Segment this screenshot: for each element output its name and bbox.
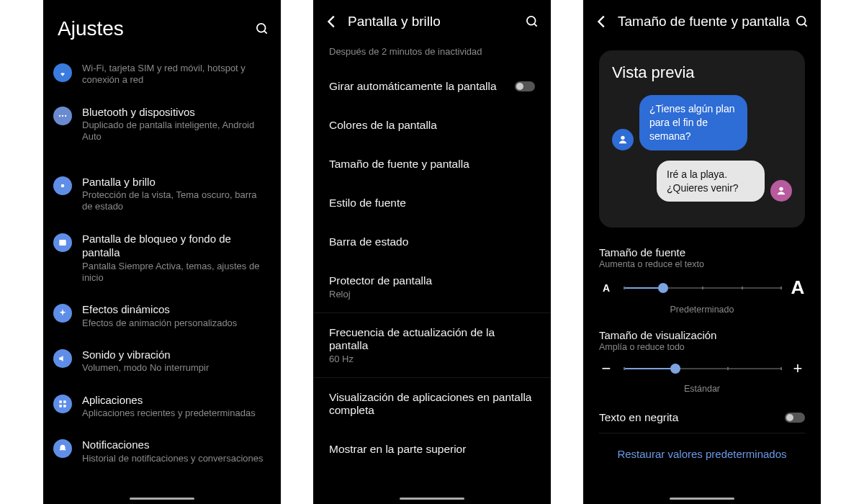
svg-point-4 [65, 114, 66, 116]
row-font-display-size[interactable]: Tamaño de fuente y pantalla [313, 145, 551, 184]
svg-line-1 [264, 31, 267, 34]
row-show-on-top[interactable]: Mostrar en la parte superior [313, 430, 551, 469]
large-a-icon: A [791, 276, 805, 299]
reset-defaults-button[interactable]: Restaurar valores predeterminados [583, 433, 821, 470]
nav-handle[interactable] [400, 498, 464, 500]
settings-list: Wi-Fi, tarjeta SIM y red móvil, hotspot … [43, 58, 281, 504]
list-item-sound[interactable]: Sonido y vibración Volumen, modo No inte… [43, 339, 281, 384]
image-icon [53, 233, 72, 252]
sun-icon [53, 176, 72, 195]
display-size-value: Estándar [599, 384, 805, 394]
svg-point-13 [797, 17, 806, 25]
minus-icon[interactable]: − [599, 359, 613, 378]
bell-icon [53, 439, 72, 458]
page-title: Tamaño de fuente y pantalla [611, 14, 793, 30]
toggle-bold-text[interactable] [785, 413, 805, 423]
list-item-notifications[interactable]: Notificaciones Historial de notificacion… [43, 429, 281, 474]
toggle-auto-rotate[interactable] [515, 81, 535, 91]
svg-point-0 [257, 24, 266, 32]
svg-rect-9 [59, 405, 62, 408]
speaker-icon [53, 349, 72, 368]
row-auto-rotate[interactable]: Girar automáticamente la pantalla [313, 67, 551, 106]
row-bold-text[interactable]: Texto en negrita [583, 402, 821, 433]
svg-line-14 [804, 24, 807, 27]
svg-point-5 [61, 184, 65, 187]
font-size-slider[interactable] [624, 287, 780, 289]
page-title: Pantalla y brillo [341, 14, 523, 30]
header: Pantalla y brillo [313, 0, 551, 43]
chat-message-outgoing: Iré a la playa. ¿Quieres venir? [612, 161, 792, 202]
font-size-screen: Tamaño de fuente y pantalla Vista previa… [583, 0, 821, 504]
preview-card: Vista previa ¿Tienes algún plan para el … [599, 50, 805, 228]
row-font-style[interactable]: Estilo de fuente [313, 184, 551, 222]
display-settings-screen: Pantalla y brillo Después de 2 minutos d… [313, 0, 551, 504]
page-title: Ajustes [53, 17, 253, 40]
list-item-lockscreen[interactable]: Pantalla de bloqueo y fondo de pantalla … [43, 223, 281, 294]
wifi-icon [53, 63, 72, 82]
svg-rect-8 [63, 400, 66, 403]
header: Ajustes [43, 0, 281, 58]
svg-rect-6 [59, 239, 66, 245]
display-size-slider[interactable] [624, 368, 780, 369]
avatar-icon [770, 180, 792, 202]
font-size-value: Predeterminado [599, 305, 805, 315]
grid-icon [53, 395, 72, 413]
sparkle-icon [53, 304, 72, 323]
row-fullscreen-apps[interactable]: Visualización de aplicaciones en pantall… [313, 378, 551, 430]
row-screensaver[interactable]: Protector de pantalla Reloj [313, 261, 551, 312]
search-icon[interactable] [523, 13, 541, 30]
dots-icon [53, 107, 72, 125]
list-item-display[interactable]: Pantalla y brillo Protección de la vista… [43, 166, 281, 223]
chat-bubble: ¿Tienes algún plan para el fin de semana… [639, 95, 747, 150]
svg-line-12 [534, 24, 537, 27]
svg-point-2 [59, 114, 60, 116]
nav-handle[interactable] [130, 498, 194, 500]
svg-point-16 [779, 187, 783, 191]
font-size-section: Tamaño de fuente Aumenta o reduce el tex… [583, 240, 821, 323]
plus-icon[interactable]: + [791, 359, 805, 378]
svg-rect-10 [63, 405, 66, 408]
svg-rect-7 [59, 400, 62, 403]
avatar-icon [612, 129, 634, 150]
display-size-section: Tamaño de visualización Amplía o reduce … [583, 323, 821, 402]
settings-list: Después de 2 minutos de inactividad Gira… [313, 43, 551, 504]
timeout-desc: Después de 2 minutos de inactividad [329, 46, 535, 57]
settings-root-screen: Ajustes Wi-Fi, tarjeta SIM y red móvil, … [43, 0, 281, 504]
search-icon[interactable] [793, 13, 811, 30]
back-icon[interactable] [593, 13, 611, 30]
svg-point-11 [527, 17, 536, 25]
chat-message-incoming: ¿Tienes algún plan para el fin de semana… [612, 95, 792, 150]
preview-title: Vista previa [612, 63, 792, 82]
svg-point-15 [621, 135, 624, 139]
back-icon[interactable] [323, 13, 341, 30]
nav-handle[interactable] [670, 498, 734, 500]
list-item-effects[interactable]: Efectos dinámicos Efectos de animación p… [43, 294, 281, 339]
list-item-bluetooth[interactable]: Bluetooth y dispositivos Duplicado de pa… [43, 96, 281, 153]
row-status-bar[interactable]: Barra de estado [313, 222, 551, 261]
list-item-apps[interactable]: Aplicaciones Aplicaciones recientes y pr… [43, 384, 281, 430]
header: Tamaño de fuente y pantalla [583, 0, 821, 43]
row-refresh-rate[interactable]: Frecuencia de actualización de la pantal… [313, 313, 551, 377]
search-icon[interactable] [253, 20, 271, 37]
row-screen-colors[interactable]: Colores de la pantalla [313, 106, 551, 145]
svg-point-3 [62, 114, 63, 116]
chat-bubble: Iré a la playa. ¿Quieres venir? [657, 161, 765, 202]
font-size-content: Vista previa ¿Tienes algún plan para el … [583, 43, 821, 504]
small-a-icon: A [599, 282, 613, 294]
list-item-connections[interactable]: Wi-Fi, tarjeta SIM y red móvil, hotspot … [43, 58, 281, 96]
